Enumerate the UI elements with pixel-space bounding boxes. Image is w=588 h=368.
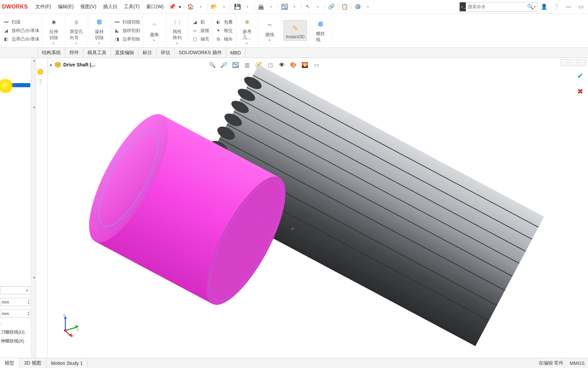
cmd-sweep[interactable]: 〰️扫描 [2,18,40,26]
cmd-ref-geom[interactable]: ✳️参考 几...▾ [238,15,256,46]
cmd-hole-wizard[interactable]: ◎异型孔 向导▾ [67,15,86,46]
spinner-icon[interactable]: ▴▾ [28,299,29,305]
pm-colon-label: : [0,321,2,326]
fillet-icon: ◠ [149,19,160,31]
status-mode: 在编辑 零件 [539,360,564,366]
scroll-up-icon[interactable]: ▴ [32,59,36,62]
orientation-triad[interactable]: z y x [56,313,80,337]
search-input[interactable] [466,4,527,9]
search-icon[interactable]: 🔍 [527,3,534,10]
menu-bar: DDWORKSWORKS 文件(F) 编辑(E) 视图(V) 插入(I) 工具(… [0,0,588,14]
pin-icon[interactable]: 📌 [168,2,177,11]
mirror-icon: ⧉ [215,36,222,43]
cmd-draft[interactable]: ▱拔模 [191,27,210,34]
cmd-wrap[interactable]: ◐包覆 [214,18,233,26]
home-icon[interactable]: 🏠 [186,2,195,11]
help-icon[interactable]: ❔ [551,2,562,12]
tab-mold[interactable]: 模具工具 [83,48,111,58]
open-icon[interactable]: 📂 [210,2,218,11]
scroll-marker-icon[interactable]: ▴ [32,105,36,109]
cmd-loft-cut[interactable]: ◣放样切割 [113,27,141,34]
save-caret[interactable]: ▾ [243,2,252,11]
window-minimize-icon[interactable]: — [563,2,574,12]
cmd-rib[interactable]: ◢筋 [191,18,210,26]
tab-structure[interactable]: 结构系统 [37,48,65,58]
rebuild-icon[interactable]: 🔗 [327,2,336,11]
bottom-tab-model[interactable]: 模型 [0,358,19,368]
graphics-viewport[interactable]: ▸ Drive Shaft (... 🔍 🔎 ↩️ ▥ 🧭 ◳ 👁️ 🎨 🌄 ▭… [48,58,588,358]
gear-icon[interactable]: ⚙️ [354,2,362,11]
menu-view[interactable]: 视图(V) [77,2,100,12]
window-restore-icon[interactable]: ▭ [575,2,587,12]
intersect-icon: ✦ [215,27,222,34]
model-render: + + [48,58,588,358]
chevron-down-icon: ▾ [24,289,30,292]
ribbon: 〰️扫描 ◢放样凸台/基体 ◧边界凸台/基体 ▣拉伸 切除▾ ◎异型孔 向导▾ … [0,14,588,48]
menu-file[interactable]: 文件(F) [32,2,54,12]
pm-tab-appearance-icon[interactable]: 🟡 [36,67,44,76]
menu-more-caret[interactable]: ▾ [177,4,182,10]
select-caret[interactable]: ▾ [314,2,323,11]
scroll-down-icon[interactable]: ▾ [32,276,36,279]
cmd-instant3d[interactable]: 📏Instant3D [283,20,307,41]
cmd-linear-pattern[interactable]: ⋮⋮线性 阵列▾ [168,15,186,46]
pm-opt-extend-thread[interactable]: 伸螺纹线(X) [0,338,24,344]
toolbar-separator [278,3,278,11]
toolbar-separator [301,3,301,11]
toolbar-separator [231,3,231,11]
revolve-cut-icon: 🌀 [94,16,105,28]
bottom-tab-3dview[interactable]: 3D 视图 [19,358,46,368]
cmd-shell[interactable]: ▢抽壳 [191,35,210,43]
cmd-revolve-cut[interactable]: 🌀旋转 切除▾ [90,15,109,46]
draft-icon: ▱ [192,27,198,34]
select-arrow-icon[interactable]: ↖ [304,2,312,11]
pm-tab-help-icon[interactable]: ❔ [36,78,44,86]
cmd-thread[interactable]: 🌀螺纹 线 [311,17,330,44]
tab-mbd[interactable]: MBD [226,48,245,58]
menu-insert[interactable]: 插入(I) [100,2,120,12]
search-caret[interactable]: ▾ [534,5,537,9]
search-box[interactable]: ＞_ 🔍 ▾ [459,2,538,12]
hole-wizard-icon: ◎ [71,16,82,28]
undo-icon[interactable]: ↩️ [280,2,289,11]
print-icon[interactable]: 🖨️ [257,2,265,11]
cmd-sweep-cut[interactable]: 〰️扫描切除 [113,18,141,26]
tab-evaluate[interactable]: 评估 [157,48,175,58]
pm-num-2[interactable]: mm▴▾ [0,309,30,318]
cmd-boundary-cut[interactable]: ◨边界切除 [113,35,141,43]
cmd-mirror[interactable]: ⧉镜向 [214,35,233,43]
undo-caret[interactable]: ▾ [290,2,299,11]
cmd-boundary[interactable]: ◧边界凸台/基体 [2,35,40,43]
spinner-icon[interactable]: ▴▾ [28,311,29,316]
workspace: ▴ ▴ ▾ 🟡 ❔ ▾ mm▴▾ mm▴▾ : 刀螺纹线(U) 伸螺纹线(X) … [0,58,588,358]
menu-tools[interactable]: 工具(T) [120,2,143,12]
cmd-fillet[interactable]: ◠圆角▾ [145,18,164,43]
bottom-tab-motion[interactable]: Motion Study 1 [46,358,88,368]
panel-scrollbar[interactable]: ▴ ▴ ▾ [31,58,36,358]
menu-edit[interactable]: 编辑(E) [54,2,77,12]
user-icon[interactable]: 👤 [538,2,550,12]
tab-weldments[interactable]: 焊件 [65,48,83,58]
menu-window[interactable]: 窗口(W) [143,2,167,12]
cmd-extrude-cut[interactable]: ▣拉伸 切除▾ [45,15,63,46]
pm-num-1[interactable]: mm▴▾ [0,298,30,306]
print-caret[interactable]: ▾ [267,2,276,11]
linear-pattern-icon: ⋮⋮ [172,16,183,28]
cmd-curves[interactable]: 〜曲线▾ [261,18,279,43]
cmd-loft[interactable]: ◢放样凸台/基体 [2,27,40,34]
home-caret[interactable]: ▾ [196,2,205,11]
save-icon[interactable]: 💾 [233,2,242,11]
tab-annotate[interactable]: 标注 [138,48,157,58]
svg-point-39 [64,329,67,332]
search-prefix-icon[interactable]: ＞_ [460,2,466,11]
cmd-intersect[interactable]: ✦相交 [214,27,233,34]
pm-combo[interactable]: ▾ [0,286,30,294]
open-caret[interactable]: ▾ [220,2,229,11]
gear-caret[interactable]: ▾ [364,2,373,11]
tab-direct[interactable]: 直接编辑 [111,48,138,58]
tab-addins[interactable]: SOLIDWORKS 插件 [175,48,226,58]
bottom-tab-bar: 模型 3D 视图 Motion Study 1 在编辑 零件 MMGS [0,358,588,368]
boundary-cut-icon: ◨ [114,36,120,43]
options-list-icon[interactable]: 📋 [340,2,349,11]
pm-opt-trim-thread[interactable]: 刀螺纹线(U) [0,329,24,335]
